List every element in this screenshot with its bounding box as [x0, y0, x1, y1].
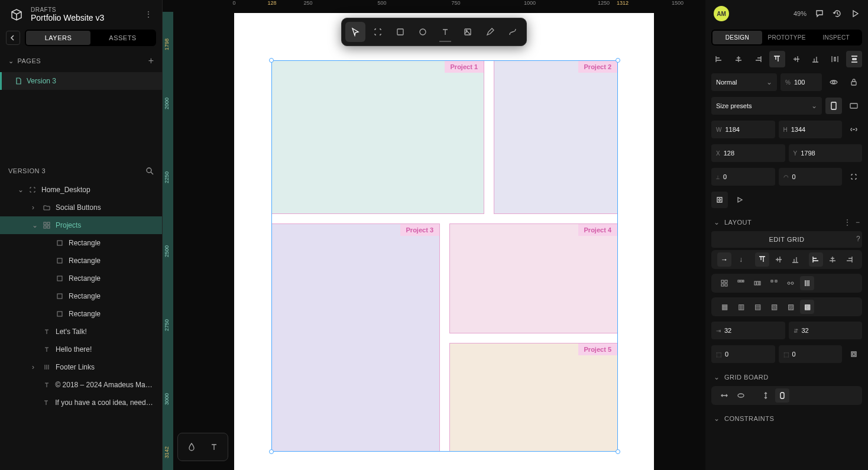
- history-icon[interactable]: [833, 9, 842, 18]
- width-field[interactable]: W1184: [711, 121, 775, 138]
- grid-opt-3[interactable]: [750, 276, 765, 290]
- grid-board-section-header[interactable]: ⌄ GRID BOARD: [705, 366, 868, 384]
- help-icon[interactable]: ?: [856, 235, 868, 243]
- user-avatar[interactable]: AM: [714, 6, 729, 21]
- direction-column-icon[interactable]: ↓: [734, 252, 748, 267]
- constraints-section-header[interactable]: ⌄ CONSTRAINTS: [705, 407, 868, 425]
- palette-drop-icon[interactable]: [182, 437, 202, 457]
- lock-icon[interactable]: [846, 74, 862, 90]
- selection-handle[interactable]: [269, 449, 274, 454]
- orientation-landscape-icon[interactable]: [846, 98, 862, 114]
- zoom-level[interactable]: 49%: [793, 10, 807, 17]
- app-logo-icon[interactable]: [8, 6, 25, 22]
- layer-row[interactable]: ⌄Projects: [0, 216, 162, 234]
- layer-row[interactable]: If you have a cool idea, need s...: [0, 394, 162, 411]
- visibility-toggle-icon[interactable]: [825, 74, 842, 90]
- play-overflow-icon[interactable]: [731, 192, 748, 208]
- tool-select[interactable]: [345, 22, 365, 42]
- gridboard-opt-2[interactable]: [734, 388, 748, 403]
- align-items-start-icon[interactable]: [755, 252, 769, 267]
- file-menu-button[interactable]: ⋮: [143, 10, 154, 18]
- layer-row[interactable]: Rectangle: [0, 270, 162, 287]
- align-left-icon[interactable]: [711, 51, 727, 67]
- distribute-v-icon[interactable]: [846, 51, 862, 67]
- grid-opt-12[interactable]: ▩: [800, 300, 814, 314]
- justify-start-icon[interactable]: [809, 252, 823, 267]
- layer-row[interactable]: ›Footer Links: [0, 358, 162, 376]
- back-button[interactable]: [6, 31, 20, 45]
- justify-end-icon[interactable]: [842, 252, 856, 267]
- link-dims-icon[interactable]: [846, 121, 862, 138]
- add-page-button[interactable]: +: [148, 56, 154, 66]
- tool-image[interactable]: [458, 22, 478, 42]
- blend-mode-select[interactable]: Normal⌄: [711, 73, 777, 91]
- align-items-end-icon[interactable]: [788, 252, 802, 267]
- selection-handle[interactable]: [616, 449, 620, 454]
- row-gap-field[interactable]: ⇵32: [789, 322, 863, 339]
- align-bottom-icon[interactable]: [808, 51, 824, 67]
- file-name[interactable]: Portfolio Website v3: [31, 13, 137, 22]
- palette-text-icon[interactable]: [204, 437, 224, 457]
- padding-v-field[interactable]: ⬚0: [779, 345, 843, 363]
- layer-row[interactable]: ⌄Home_Desktop: [0, 181, 162, 199]
- tab-design[interactable]: DESIGN: [712, 31, 762, 44]
- layer-row[interactable]: Hello there!: [0, 341, 162, 358]
- tab-layers[interactable]: LAYERS: [26, 31, 90, 45]
- tab-assets[interactable]: ASSETS: [90, 31, 155, 45]
- opacity-field[interactable]: % 100: [780, 73, 822, 91]
- grid-opt-2[interactable]: [734, 276, 748, 290]
- grid-opt-11[interactable]: ▨: [783, 300, 798, 314]
- layer-row[interactable]: Rectangle: [0, 252, 162, 270]
- height-field[interactable]: H1344: [779, 121, 843, 138]
- play-icon[interactable]: [850, 9, 860, 18]
- edit-grid-button[interactable]: EDIT GRID: [711, 231, 862, 248]
- gridboard-opt-3[interactable]: [759, 388, 773, 403]
- selection-handle[interactable]: [269, 58, 274, 63]
- corner-radius-field[interactable]: ◠0: [779, 168, 843, 186]
- page-item[interactable]: Version 3: [0, 72, 162, 90]
- align-top-icon[interactable]: [769, 51, 785, 67]
- comments-icon[interactable]: [815, 9, 824, 18]
- align-hcenter-icon[interactable]: [731, 51, 747, 67]
- y-field[interactable]: Y1798: [789, 144, 863, 162]
- layout-menu-icon[interactable]: ⋮: [844, 218, 851, 226]
- align-right-icon[interactable]: [750, 51, 766, 67]
- clip-content-icon[interactable]: [711, 192, 728, 208]
- grid-opt-6[interactable]: [800, 276, 814, 290]
- layout-section-header[interactable]: ⌄ LAYOUT ⋮ −: [705, 211, 868, 229]
- grid-opt-4[interactable]: [767, 276, 781, 290]
- selection-handle[interactable]: [616, 58, 620, 63]
- orientation-portrait-icon[interactable]: [825, 98, 842, 114]
- layer-row[interactable]: Rectangle: [0, 305, 162, 323]
- grid-opt-1[interactable]: [717, 276, 731, 290]
- grid-opt-8[interactable]: ▥: [734, 300, 748, 314]
- layer-row[interactable]: Rectangle: [0, 234, 162, 252]
- remove-layout-icon[interactable]: −: [856, 218, 860, 226]
- expand-corners-icon[interactable]: [846, 168, 862, 185]
- tool-curve[interactable]: [503, 22, 523, 42]
- tool-pen[interactable]: [480, 22, 500, 42]
- column-gap-field[interactable]: ⇥32: [711, 322, 785, 339]
- layer-row[interactable]: Rectangle: [0, 287, 162, 305]
- align-vcenter-icon[interactable]: [789, 51, 805, 67]
- grid-opt-10[interactable]: ▧: [767, 300, 781, 314]
- grid-opt-5[interactable]: [783, 276, 798, 290]
- x-field[interactable]: X128: [711, 144, 785, 162]
- search-layers-button[interactable]: [145, 167, 154, 175]
- expand-padding-icon[interactable]: [846, 346, 862, 362]
- rotation-field[interactable]: ⟂0: [711, 168, 775, 186]
- tool-ellipse[interactable]: [413, 22, 433, 42]
- distribute-h-icon[interactable]: [827, 51, 843, 67]
- gridboard-opt-4[interactable]: [775, 388, 789, 403]
- layer-row[interactable]: © 2018 – 2024 Amadeus Maxi...: [0, 376, 162, 394]
- tool-rectangle[interactable]: [390, 22, 410, 42]
- gridboard-opt-1[interactable]: [717, 388, 731, 403]
- tool-frame[interactable]: [368, 22, 388, 42]
- tab-prototype[interactable]: PROTOTYPE: [762, 31, 812, 44]
- direction-row-icon[interactable]: →: [717, 252, 731, 267]
- size-presets-select[interactable]: Size presets⌄: [711, 97, 822, 115]
- grid-opt-9[interactable]: ▤: [750, 300, 765, 314]
- align-items-center-icon[interactable]: [772, 252, 786, 267]
- tool-text[interactable]: [435, 22, 455, 42]
- canvas-area[interactable]: 01282505007501000125013121500 1798200022…: [163, 0, 705, 470]
